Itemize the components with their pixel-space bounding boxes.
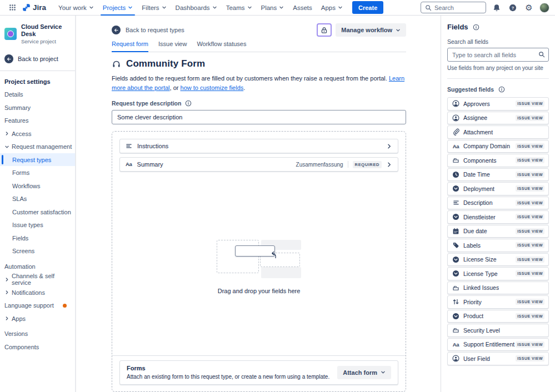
suggested-field-attachment[interactable]: Attachment [447, 125, 549, 139]
suggested-field-deployment[interactable]: DeploymentISSUE VIEW [447, 182, 549, 195]
suggested-field-approvers[interactable]: ApproversISSUE VIEW [447, 97, 549, 110]
suggested-field-assignee[interactable]: AssigneeISSUE VIEW [447, 112, 549, 125]
nav-item-label: Filters [142, 4, 159, 11]
chevron-right-icon [4, 316, 9, 321]
nav-item-plans[interactable]: Plans [257, 0, 289, 16]
sidebar-item-channels-self-service[interactable]: Channels & self service [0, 273, 75, 286]
nav-item-filters[interactable]: Filters [137, 0, 171, 16]
search-all-fields-label: Search all fields [447, 38, 549, 45]
required-badge: REQUIRED [353, 161, 382, 168]
sidebar-item-features[interactable]: Features [0, 114, 75, 127]
sidebar-item-screens[interactable]: Screens [0, 244, 75, 258]
sidebar-item-customer-satisfaction[interactable]: Customer satisfaction [0, 205, 75, 219]
suggested-field-security-level[interactable]: Security Level [447, 324, 549, 337]
suggested-field-linked-issues[interactable]: Linked Issues [447, 282, 549, 295]
search-fields-input[interactable] [447, 48, 549, 62]
sidebar-item-label: Access [12, 130, 31, 137]
sidebar-item-automation[interactable]: Automation [0, 260, 75, 273]
suggested-field-label: Approvers [463, 100, 490, 107]
sidebar-item-forms[interactable]: Forms [0, 166, 75, 179]
request-type-description-input[interactable] [112, 110, 406, 124]
sidebar-item-label: Workflows [12, 183, 41, 189]
suggested-field-user-field[interactable]: User FieldISSUE VIEW [447, 352, 549, 365]
dropzone: Drag and drop your fields here [119, 175, 398, 355]
form-field-card-instructions[interactable]: Instructions [119, 139, 398, 153]
suggested-field-labels[interactable]: LabelsISSUE VIEW [447, 239, 549, 252]
sidebar-item-details[interactable]: Details [0, 88, 75, 101]
sidebar-item-label: Fields [12, 235, 28, 242]
settings-button[interactable]: ⚙ [523, 2, 534, 13]
app-switcher-button[interactable] [6, 1, 19, 14]
suggested-field-date-time[interactable]: Date TimeISSUE VIEW [447, 168, 549, 182]
help-button[interactable]: ? [507, 2, 518, 13]
issue-view-badge: ISSUE VIEW [516, 214, 544, 220]
sidebar-item-label: Versions [4, 330, 28, 337]
issue-view-badge: ISSUE VIEW [516, 313, 544, 319]
back-to-project-link[interactable]: Back to project [0, 50, 75, 71]
sidebar-item-notifications[interactable]: Notifications [0, 286, 75, 299]
sidebar-item-language-support[interactable]: Language support [0, 299, 75, 312]
sidebar-item-slas[interactable]: SLAs [0, 192, 75, 205]
nav-item-assets[interactable]: Assets [288, 0, 317, 16]
grid-icon [9, 4, 16, 11]
restrict-button[interactable] [317, 23, 332, 37]
tab-issue-view[interactable]: Issue view [158, 41, 187, 52]
nav-item-teams[interactable]: Teams [222, 0, 257, 16]
nav-item-your-work[interactable]: Your work [54, 0, 98, 16]
sidebar-item-summary[interactable]: Summary [0, 101, 75, 114]
page-title: Community Form [126, 58, 205, 69]
search-icon [538, 51, 545, 58]
project-avatar [4, 28, 17, 40]
sidebar-item-apps[interactable]: Apps [0, 312, 75, 325]
back-to-request-types-link[interactable]: Back to request types [112, 26, 184, 34]
sidebar-item-access[interactable]: Access [0, 127, 75, 140]
nav-item-projects[interactable]: Projects [98, 0, 138, 16]
sidebar-item-request-management[interactable]: Request management [0, 140, 75, 153]
nav-item-apps[interactable]: Apps [317, 0, 347, 16]
select-icon [452, 185, 459, 192]
suggested-field-dienstleister[interactable]: DienstleisterISSUE VIEW [447, 210, 549, 224]
global-search-input[interactable] [434, 4, 482, 11]
tab-workflow-statuses[interactable]: Workflow statuses [197, 41, 246, 52]
suggested-field-due-date[interactable]: Due dateISSUE VIEW [447, 225, 549, 238]
manage-workflow-button[interactable]: Manage workflow [336, 23, 406, 37]
sidebar-item-versions[interactable]: Versions [0, 327, 75, 340]
forms-subtitle: Attach an existing form to this request … [127, 374, 329, 380]
suggested-field-license-type[interactable]: License TypeISSUE VIEW [447, 267, 549, 280]
jira-logo[interactable]: Jira [22, 3, 46, 12]
suggested-field-license-size[interactable]: License SizeISSUE VIEW [447, 253, 549, 267]
customize-fields-link[interactable]: how to customize fields [181, 84, 244, 91]
jira-logo-icon [22, 3, 31, 12]
suggested-field-product[interactable]: ProductISSUE VIEW [447, 310, 549, 323]
suggested-field-components[interactable]: ComponentsISSUE VIEW [447, 154, 549, 167]
sidebar-item-workflows[interactable]: Workflows [0, 179, 75, 193]
drag-drop-illustration [217, 237, 301, 278]
form-field-card-summary[interactable]: AaSummaryZusammenfassungREQUIRED [119, 157, 398, 172]
create-button[interactable]: Create [352, 1, 383, 14]
suggested-field-support-entitlement-number[interactable]: AaSupport Entitlement NumberISSUE VIEW [447, 338, 549, 351]
sidebar-item-fields[interactable]: Fields [0, 232, 75, 245]
user-avatar[interactable] [539, 3, 549, 13]
suggested-field-label: Dienstleister [463, 214, 496, 220]
description-text: Fields added to the request form are fil… [112, 75, 389, 82]
cursor-arrow-icon [269, 250, 278, 259]
attach-form-button[interactable]: Attach form [337, 366, 391, 379]
suggested-field-company-domain[interactable]: AaCompany DomainISSUE VIEW [447, 140, 549, 153]
nav-item-dashboards[interactable]: Dashboards [171, 0, 222, 16]
sidebar-item-issue-types[interactable]: Issue types [0, 218, 75, 232]
sidebar-item-request-types[interactable]: Request types [0, 153, 75, 167]
suggested-field-priority[interactable]: PriorityISSUE VIEW [447, 295, 549, 309]
form-field-cards: InstructionsAaSummaryZusammenfassungREQU… [119, 139, 398, 175]
align-left-icon [453, 199, 459, 206]
sidebar-item-components[interactable]: Components [0, 340, 75, 354]
sidebar-heading: Project settings [0, 71, 75, 88]
suggested-field-label: Due date [463, 228, 487, 234]
sidebar-item-label: Notifications [12, 289, 45, 296]
suggested-field-description[interactable]: DescriptionISSUE VIEW [447, 197, 549, 210]
divider [348, 161, 348, 168]
tab-request-form[interactable]: Request form [112, 41, 148, 52]
global-search[interactable] [421, 2, 486, 13]
notifications-button[interactable] [491, 2, 502, 13]
issue-view-badge: ISSUE VIEW [516, 100, 544, 107]
project-header[interactable]: Cloud Service Desk Service project [0, 22, 75, 50]
